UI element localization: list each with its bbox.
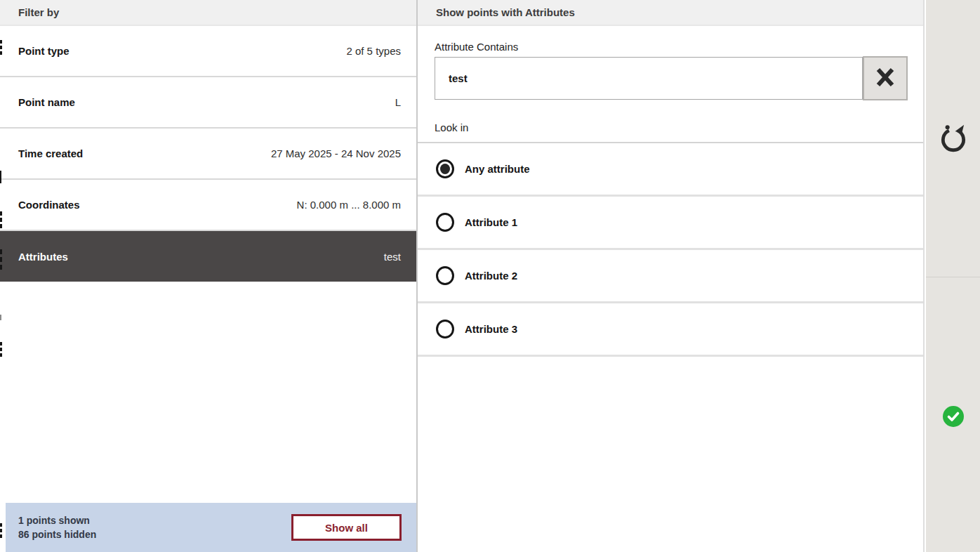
accept-button[interactable] [942,405,965,428]
filter-row-attributes[interactable]: Attributes test [0,231,416,282]
look-in-label: Look in [435,121,923,133]
filter-panel: Filter by Point type 2 of 5 types Point … [0,0,416,552]
attributes-value: test [384,251,401,263]
any-attribute-label: Any attribute [465,163,530,175]
attribute-contains-label: Attribute Contains [435,41,923,53]
points-shown-text: 1 points shown [18,513,96,527]
attributes-filter-panel: Show points with Attributes Attribute Co… [418,0,925,552]
reset-button[interactable] [937,122,969,155]
attributes-label: Attributes [18,251,68,263]
filter-row-time-created[interactable]: Time created 27 May 2025 - 24 Nov 2025 [0,129,416,180]
filter-panel-title: Filter by [0,0,416,26]
option-attribute-2[interactable]: Attribute 2 [418,250,923,301]
option-separator [418,355,923,357]
filter-row-point-type[interactable]: Point type 2 of 5 types [0,26,416,77]
points-summary-bar: 1 points shown 86 points hidden Show all [6,503,416,552]
filter-row-point-name[interactable]: Point name L [0,77,416,129]
coordinates-label: Coordinates [18,199,80,211]
filter-screen: Filter by Point type 2 of 5 types Point … [0,0,980,552]
show-points-with-attributes-label: Show points with Attributes [436,6,575,18]
attribute-contains-input[interactable] [435,57,863,100]
attribute-2-label: Attribute 2 [465,270,517,282]
time-created-label: Time created [18,147,83,159]
reset-icon [937,146,969,157]
point-name-value: L [395,96,401,108]
point-type-value: 2 of 5 types [346,45,401,57]
attribute-3-label: Attribute 3 [465,323,517,335]
show-all-label: Show all [325,522,368,534]
time-created-value: 27 May 2025 - 24 Nov 2025 [271,147,401,159]
filter-row-coordinates[interactable]: Coordinates N: 0.000 m ... 8.000 m [0,180,416,231]
radio-unselected-icon[interactable] [436,213,454,232]
sidebar-divider [926,277,980,277]
point-type-label: Point type [18,45,69,57]
filter-by-label: Filter by [18,6,59,18]
point-name-label: Point name [18,96,75,108]
radio-unselected-icon[interactable] [436,266,454,285]
option-attribute-3[interactable]: Attribute 3 [418,303,923,355]
option-attribute-1[interactable]: Attribute 1 [418,197,923,248]
points-summary-text: 1 points shown 86 points hidden [18,513,96,541]
accept-check-icon [942,419,965,430]
clear-input-button[interactable] [863,56,908,100]
option-any-attribute[interactable]: Any attribute [418,143,923,195]
attribute-1-label: Attribute 1 [465,216,517,228]
attributes-panel-title: Show points with Attributes [418,0,923,26]
radio-selected-icon[interactable] [436,159,454,178]
radio-unselected-icon[interactable] [436,320,454,339]
attribute-contains-row [435,57,923,100]
close-icon [873,65,897,91]
action-sidebar [926,0,980,552]
points-hidden-text: 86 points hidden [18,527,96,541]
show-all-button[interactable]: Show all [291,514,402,541]
coordinates-value: N: 0.000 m ... 8.000 m [297,199,401,211]
